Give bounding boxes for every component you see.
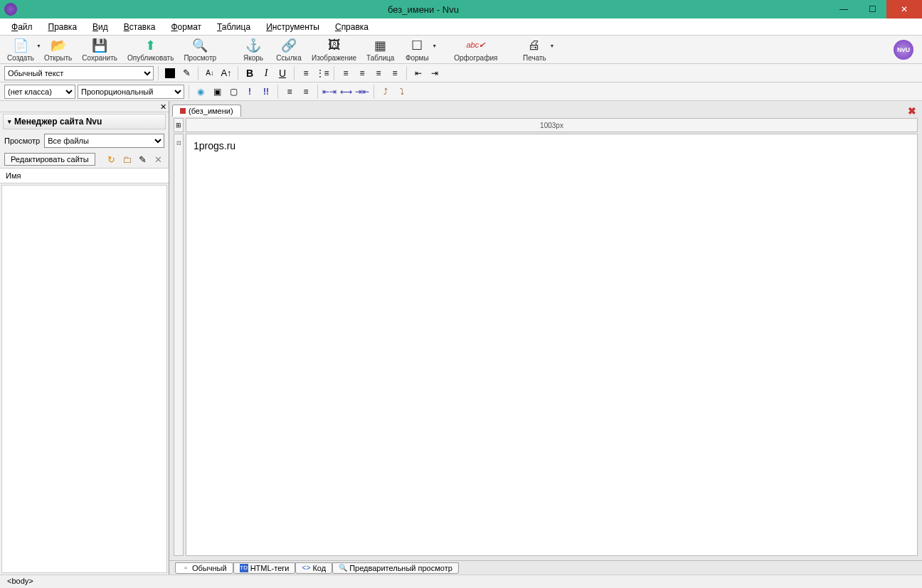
sidebar-close-button[interactable]: ✕ — [157, 101, 169, 112]
increase-font-button[interactable]: A↑ — [219, 66, 233, 80]
paragraph-style-select[interactable]: Обычный текст — [4, 66, 154, 80]
nvu-logo: NvU — [894, 40, 913, 60]
maximize-button[interactable]: ☐ — [858, 0, 886, 18]
menu-file[interactable]: Файл — [4, 20, 40, 34]
sidebar-header[interactable]: ▾ Менеджер сайта Nvu — [3, 114, 166, 129]
code-icon: <> — [302, 564, 310, 572]
document-tab[interactable]: (без_имени) — [172, 105, 241, 117]
menu-bar: Файл Правка Вид Вставка Формат Таблица И… — [0, 18, 922, 36]
separator — [238, 66, 238, 80]
table-button[interactable]: ▦ Таблица — [362, 36, 398, 63]
site-list[interactable] — [1, 185, 167, 573]
open-button[interactable]: 📂 Открыть — [40, 36, 76, 63]
browse-button[interactable]: 🔍 Просмотр — [179, 36, 221, 63]
align-right-button[interactable]: ≡ — [371, 66, 386, 80]
layer-bring-button[interactable]: !! — [259, 85, 273, 99]
menu-edit[interactable]: Правка — [41, 20, 85, 34]
publish-icon: ⬆ — [143, 38, 159, 53]
chevron-down-icon: ▾ — [8, 118, 11, 125]
view-filter-select[interactable]: Все файлы — [44, 134, 164, 148]
save-button[interactable]: 💾 Сохранить — [78, 36, 122, 63]
bold-button[interactable]: B — [243, 66, 257, 80]
grid-button[interactable]: ⇥⇤ — [355, 85, 369, 99]
menu-format[interactable]: Формат — [164, 20, 208, 34]
view-tab-tags[interactable]: TD HTML-теги — [233, 562, 296, 574]
align-justify-button[interactable]: ≡ — [388, 66, 402, 80]
close-tabs-button[interactable]: ✖ — [908, 105, 916, 117]
highlight-button[interactable]: ✎ — [179, 66, 194, 80]
color-swatch-icon — [165, 68, 175, 78]
link-button[interactable]: 🔗 Ссылка — [272, 36, 306, 63]
form-button[interactable]: ☐ Формы ▼ — [400, 36, 434, 63]
send-back-button[interactable]: ⤵ — [395, 85, 409, 99]
format-toolbar: Обычный текст ✎ A↓ A↑ B I U ≡ ⋮≡ ≡ ≡ ≡ ≡… — [0, 64, 922, 82]
italic-button[interactable]: I — [259, 66, 273, 80]
view-tab-source[interactable]: <> Код — [295, 562, 332, 574]
em-button[interactable]: ▢ — [226, 85, 240, 99]
align-left-button[interactable]: ≡ — [339, 66, 353, 80]
open-icon: 📂 — [51, 38, 66, 53]
text-color-button[interactable] — [163, 66, 177, 80]
print-icon: 🖨 — [526, 38, 542, 53]
edit-sites-button[interactable]: Редактировать сайты — [4, 153, 95, 166]
align-center-button[interactable]: ≡ — [355, 66, 369, 80]
delete-icon[interactable]: ✕ — [152, 153, 164, 166]
menu-help[interactable]: Справка — [328, 20, 376, 34]
strong-button[interactable]: ▣ — [210, 85, 224, 99]
ordered-list-button[interactable]: ≡ — [299, 66, 313, 80]
list-column-header[interactable]: Имя — [0, 168, 169, 183]
page-icon: ▫ — [181, 564, 190, 572]
minimize-button[interactable]: — — [830, 0, 858, 18]
horizontal-ruler[interactable]: 1003px — [186, 118, 918, 132]
dl-button[interactable]: ≡ — [282, 85, 297, 99]
menu-view[interactable]: Вид — [85, 20, 115, 34]
bring-front-button[interactable]: ⤴ — [378, 85, 393, 99]
edit-icon[interactable]: ✎ — [136, 153, 149, 166]
close-button[interactable]: ✕ — [886, 0, 922, 18]
status-bar: <body> — [0, 574, 922, 588]
menu-insert[interactable]: Вставка — [117, 20, 163, 34]
menu-tools[interactable]: Инструменты — [259, 20, 327, 34]
editor-canvas[interactable]: 1progs.ru — [186, 134, 918, 556]
link-icon: 🔗 — [281, 38, 297, 53]
document-content[interactable]: 1progs.ru — [194, 140, 235, 151]
image-button[interactable]: 🖼 Изображение — [307, 36, 361, 63]
snap-button[interactable]: ⟷ — [339, 85, 353, 99]
separator — [334, 66, 334, 80]
anchor-button[interactable]: ⚓ Якорь — [236, 36, 270, 63]
preview-icon: 🔍 — [339, 564, 347, 572]
emphasis-button[interactable]: ◉ — [194, 85, 208, 99]
table-icon: ▦ — [373, 38, 388, 53]
anchor-icon: ⚓ — [245, 38, 261, 53]
separator — [406, 66, 407, 80]
layer-send-button[interactable]: ! — [243, 85, 257, 99]
main-toolbar: 📄 Создать ▼ 📂 Открыть 💾 Сохранить ⬆ Опуб… — [0, 36, 922, 64]
new-button[interactable]: 📄 Создать ▼ — [3, 36, 38, 63]
separator — [198, 66, 198, 80]
dt-button[interactable]: ≡ — [299, 85, 313, 99]
indent-button[interactable]: ⇥ — [428, 66, 442, 80]
menu-table[interactable]: Таблица — [210, 20, 258, 34]
separator — [317, 85, 318, 99]
publish-button[interactable]: ⬆ Опубликовать — [123, 36, 178, 63]
refresh-icon[interactable]: ↻ — [105, 153, 117, 166]
ruler-corner[interactable]: ⊞ — [174, 118, 184, 132]
view-tab-normal[interactable]: ▫ Обычный — [175, 562, 233, 574]
vertical-ruler[interactable]: ⊡ — [174, 134, 184, 556]
unordered-list-button[interactable]: ⋮≡ — [315, 66, 329, 80]
folder-icon[interactable]: 🗀 — [120, 153, 133, 166]
separator — [158, 66, 159, 80]
underline-button[interactable]: U — [275, 66, 290, 80]
chevron-down-icon[interactable]: ▼ — [432, 43, 437, 48]
abs-pos-button[interactable]: ⇤⇥ — [322, 85, 337, 99]
outdent-button[interactable]: ⇤ — [411, 66, 425, 80]
document-tabs: (без_имени) ✖ — [169, 101, 922, 117]
font-select[interactable]: Пропорциональный — [78, 85, 184, 99]
class-select[interactable]: (нет класса) — [4, 85, 75, 99]
view-tab-preview[interactable]: 🔍 Предварительный просмотр — [332, 562, 459, 574]
print-button[interactable]: 🖨 Печать ▼ — [517, 36, 551, 63]
spell-button[interactable]: abc✔ Орфография — [450, 36, 502, 63]
chevron-down-icon[interactable]: ▼ — [549, 43, 554, 48]
new-icon: 📄 — [13, 38, 28, 53]
decrease-font-button[interactable]: A↓ — [203, 66, 217, 80]
